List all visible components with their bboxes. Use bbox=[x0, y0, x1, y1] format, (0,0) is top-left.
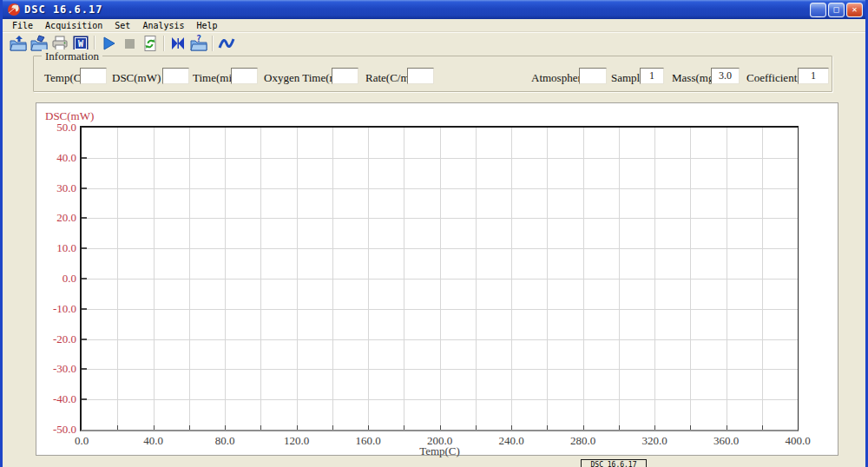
x-axis-tick bbox=[154, 425, 155, 430]
x-axis-tick bbox=[762, 425, 763, 430]
toolbar: W bbox=[3, 32, 865, 54]
app-window: DSC 16.6.17 _ □ ✕ File Acquisition Set A… bbox=[0, 0, 868, 467]
y-axis-tick bbox=[82, 339, 87, 340]
x-tick-label: 240.0 bbox=[498, 434, 523, 448]
x-axis-tick bbox=[225, 425, 226, 430]
x-axis-tick bbox=[690, 425, 691, 430]
x-axis-tick bbox=[189, 425, 190, 430]
dsc-label: DSC(mW) bbox=[112, 71, 161, 85]
y-axis-tick bbox=[82, 308, 87, 310]
gridline-horizontal bbox=[82, 399, 798, 400]
coefficient-field[interactable] bbox=[798, 68, 829, 84]
y-tick-label: 20.0 bbox=[38, 211, 76, 225]
menu-file[interactable]: File bbox=[6, 21, 39, 30]
y-tick-label: 40.0 bbox=[38, 151, 76, 165]
x-axis-tick bbox=[404, 425, 404, 430]
coefficient-label: Coefficient bbox=[746, 71, 797, 85]
y-tick-label: -40.0 bbox=[38, 392, 76, 406]
minimize-button[interactable]: _ bbox=[810, 3, 826, 17]
sample-field[interactable] bbox=[640, 68, 664, 84]
atmosphere-field[interactable] bbox=[579, 68, 607, 84]
rate-field[interactable] bbox=[407, 68, 434, 84]
mass-field[interactable] bbox=[711, 68, 740, 84]
y-axis-tick bbox=[82, 247, 87, 249]
analysis-icon[interactable] bbox=[168, 34, 188, 53]
gridline-horizontal bbox=[82, 279, 798, 280]
x-tick-label: 0.0 bbox=[75, 434, 89, 448]
x-axis-tick bbox=[619, 425, 620, 430]
x-axis-tick bbox=[476, 425, 477, 430]
gridline-horizontal bbox=[82, 369, 798, 370]
x-tick-label: 400.0 bbox=[785, 434, 810, 448]
gridline-horizontal bbox=[82, 158, 798, 159]
open-help-folder-icon[interactable]: ? bbox=[188, 34, 209, 53]
x-axis-tick bbox=[332, 425, 333, 430]
y-tick-label: 50.0 bbox=[38, 121, 76, 135]
menu-set[interactable]: Set bbox=[108, 21, 136, 30]
gridline-horizontal bbox=[82, 339, 798, 340]
x-tick-label: 280.0 bbox=[570, 434, 595, 448]
x-tick-label: 320.0 bbox=[641, 434, 667, 448]
dsc-field[interactable] bbox=[162, 68, 189, 84]
x-axis-tick bbox=[727, 425, 727, 430]
x-axis-tick bbox=[547, 425, 548, 430]
open-file-icon[interactable] bbox=[8, 34, 29, 53]
x-tick-label: 360.0 bbox=[713, 434, 739, 448]
gridline-horizontal bbox=[82, 188, 798, 189]
menu-bar: File Acquisition Set Analysis Help bbox=[3, 19, 865, 32]
y-axis-tick bbox=[82, 398, 87, 400]
y-tick-label: 30.0 bbox=[38, 181, 76, 195]
x-axis-tick bbox=[511, 425, 512, 430]
menu-help[interactable]: Help bbox=[191, 21, 224, 30]
window-title: DSC 16.6.17 bbox=[24, 3, 810, 16]
y-tick-label: -50.0 bbox=[38, 423, 76, 437]
x-tick-label: 80.0 bbox=[215, 434, 235, 448]
plot-area[interactable] bbox=[80, 126, 799, 431]
x-axis-tick bbox=[297, 425, 298, 430]
y-axis-tick bbox=[82, 368, 87, 370]
information-panel-label: Information bbox=[42, 49, 102, 63]
close-button[interactable]: ✕ bbox=[846, 3, 863, 17]
y-tick-label: -10.0 bbox=[38, 302, 76, 316]
gridline-horizontal bbox=[82, 309, 798, 310]
temp-field[interactable] bbox=[80, 68, 107, 84]
x-tick-label: 160.0 bbox=[355, 434, 380, 448]
information-panel: Information Temp(C) DSC(mW) Time(min) Ox… bbox=[33, 56, 832, 92]
gridline-horizontal bbox=[82, 218, 798, 219]
stop-acquisition-icon[interactable] bbox=[119, 34, 140, 53]
menu-analysis[interactable]: Analysis bbox=[136, 21, 190, 30]
refresh-data-icon[interactable] bbox=[140, 34, 161, 53]
y-axis-tick bbox=[82, 217, 87, 219]
x-axis-tick bbox=[117, 425, 118, 430]
y-axis-tick bbox=[82, 187, 87, 189]
y-tick-label: 0.0 bbox=[38, 272, 76, 286]
y-axis-tick bbox=[82, 278, 87, 280]
y-tick-label: -30.0 bbox=[38, 362, 76, 376]
svg-text:?: ? bbox=[196, 34, 201, 43]
time-field[interactable] bbox=[231, 68, 258, 84]
chart-panel: DSC(mW) Temp(C) 0.040.080.0120.0160.0200… bbox=[36, 102, 838, 456]
svg-text:W: W bbox=[78, 39, 84, 49]
x-axis-tick bbox=[654, 425, 655, 430]
taskbar-button[interactable]: DSC 16.6.17 bbox=[581, 459, 647, 467]
x-axis-tick bbox=[260, 425, 261, 430]
x-axis-tick bbox=[583, 425, 584, 430]
x-tick-label: 40.0 bbox=[143, 434, 163, 448]
x-tick-label: 120.0 bbox=[284, 434, 309, 448]
menu-acquisition[interactable]: Acquisition bbox=[39, 21, 108, 30]
gridline-horizontal bbox=[82, 248, 798, 249]
y-tick-label: -20.0 bbox=[38, 332, 76, 346]
oxygen-time-field[interactable] bbox=[332, 68, 358, 84]
x-axis-tick bbox=[440, 425, 441, 430]
maximize-button[interactable]: □ bbox=[828, 3, 845, 17]
x-axis-tick bbox=[368, 425, 369, 430]
show-curve-icon[interactable] bbox=[216, 34, 237, 53]
x-tick-label: 200.0 bbox=[427, 434, 452, 448]
app-logo-icon[interactable] bbox=[7, 3, 21, 16]
toolbar-separator bbox=[212, 36, 214, 51]
y-axis-tick bbox=[82, 157, 87, 159]
title-bar[interactable]: DSC 16.6.17 _ □ ✕ bbox=[3, 0, 865, 19]
y-tick-label: 10.0 bbox=[38, 241, 76, 255]
temp-label: Temp(C) bbox=[44, 71, 85, 85]
toolbar-separator bbox=[163, 36, 165, 51]
